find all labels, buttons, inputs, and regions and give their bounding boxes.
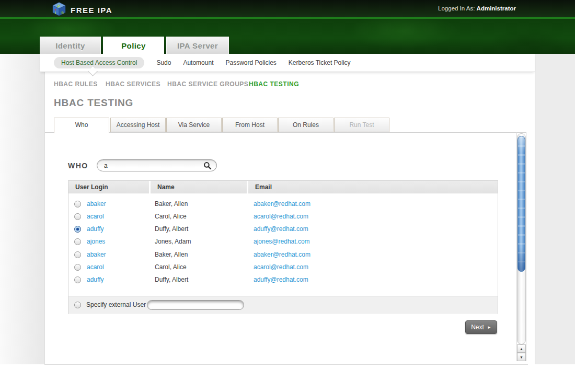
left-margin bbox=[0, 54, 45, 364]
user-name: Duffy, Albert bbox=[149, 225, 247, 233]
user-login-link[interactable]: abaker bbox=[87, 251, 149, 258]
page-title: HBAC TESTING bbox=[54, 97, 133, 109]
user-login-link[interactable]: acarol bbox=[87, 263, 149, 271]
logged-in-label: Logged In As: bbox=[438, 5, 475, 11]
user-name: Carol, Alice bbox=[149, 213, 247, 220]
user-radio[interactable] bbox=[74, 201, 81, 207]
logged-in-user[interactable]: Administrator bbox=[477, 5, 516, 11]
table-row: acarol Carol, Alice acarol@redhat.com bbox=[68, 210, 498, 223]
search-icon[interactable] bbox=[203, 162, 212, 170]
table-row: abaker Baker, Allen abaker@redhat.com bbox=[68, 248, 498, 261]
user-email-link[interactable]: acarol@redhat.com bbox=[247, 263, 308, 271]
wizard-tab-on-rules[interactable]: On Rules bbox=[278, 118, 334, 132]
subnav-item-password-policies[interactable]: Password Policies bbox=[225, 59, 276, 66]
wizard-tab-accessing-host[interactable]: Accessing Host bbox=[110, 118, 166, 132]
wizard-tab-from-host[interactable]: From Host bbox=[222, 118, 278, 132]
user-radio[interactable] bbox=[74, 238, 81, 245]
tab-identity[interactable]: Identity bbox=[40, 37, 101, 54]
column-header-name: Name bbox=[151, 181, 247, 193]
external-user-row: Specify external User bbox=[68, 296, 498, 313]
page-bottom-divider bbox=[44, 364, 528, 365]
user-login-link[interactable]: abaker bbox=[87, 200, 149, 207]
column-header-user-login: User Login bbox=[68, 181, 149, 193]
wizard-tab-who[interactable]: Who bbox=[54, 118, 109, 133]
tab-policy[interactable]: Policy bbox=[103, 37, 164, 54]
right-margin bbox=[535, 54, 575, 364]
user-search-box bbox=[97, 159, 217, 171]
policy-subnav: Host Based Access Control Sudo Automount… bbox=[40, 54, 535, 72]
user-name: Carol, Alice bbox=[149, 263, 247, 271]
user-login-link[interactable]: ajones bbox=[87, 238, 149, 245]
table-row: aduffy Duffy, Albert aduffy@redhat.com bbox=[68, 223, 498, 235]
external-user-label: Specify external User bbox=[86, 301, 146, 308]
table-row: acarol Carol, Alice acarol@redhat.com bbox=[68, 261, 498, 273]
panel-right-edge bbox=[526, 132, 526, 361]
scroll-down-button[interactable]: ▼ bbox=[517, 353, 526, 361]
user-radio[interactable] bbox=[74, 226, 81, 233]
facet-hbac-rules[interactable]: HBAC RULES bbox=[54, 80, 98, 88]
user-email-link[interactable]: aduffy@redhat.com bbox=[247, 225, 308, 233]
user-search-input[interactable] bbox=[104, 160, 198, 170]
user-login-link[interactable]: acarol bbox=[87, 213, 149, 220]
scrollbar-thumb[interactable] bbox=[518, 136, 525, 272]
user-radio[interactable] bbox=[74, 213, 81, 220]
table-row: abaker Baker, Allen abaker@redhat.com bbox=[68, 198, 498, 210]
next-button[interactable]: Next ► bbox=[465, 320, 497, 334]
svg-text:a: a bbox=[61, 10, 64, 15]
user-login-link[interactable]: aduffy bbox=[87, 225, 149, 233]
users-table: User Login Name Email abaker Baker, Alle… bbox=[68, 180, 498, 314]
table-row: aduffy Duffy, Albert aduffy@redhat.com bbox=[68, 273, 498, 286]
subnav-item-hbac[interactable]: Host Based Access Control bbox=[54, 57, 144, 68]
tab-ipa-server[interactable]: IPA Server bbox=[166, 37, 229, 54]
user-name: Baker, Allen bbox=[149, 251, 247, 258]
external-user-radio[interactable] bbox=[74, 302, 81, 308]
svg-text:i: i bbox=[55, 10, 56, 15]
user-name: Baker, Allen bbox=[149, 200, 247, 207]
brand[interactable]: p i a FREE IPA bbox=[52, 2, 112, 18]
user-name: Duffy, Albert bbox=[149, 276, 247, 283]
user-email-link[interactable]: abaker@redhat.com bbox=[247, 251, 310, 258]
scroll-up-icon: ▲ bbox=[520, 347, 523, 351]
facet-hbac-service-groups[interactable]: HBAC SERVICE GROUPS bbox=[167, 80, 248, 88]
next-arrow-icon: ► bbox=[487, 325, 491, 330]
next-button-label: Next bbox=[471, 324, 484, 331]
column-header-email: Email bbox=[248, 181, 498, 193]
top-bar: p i a FREE IPA Logged In As: Administrat… bbox=[0, 0, 575, 17]
subnav-item-automount[interactable]: Automount bbox=[183, 59, 213, 66]
subnav-item-sudo[interactable]: Sudo bbox=[156, 59, 171, 66]
freeipa-cube-icon: p i a bbox=[52, 2, 66, 18]
user-email-link[interactable]: ajones@redhat.com bbox=[247, 238, 310, 245]
user-radio[interactable] bbox=[74, 264, 81, 271]
wizard-tab-via-service[interactable]: Via Service bbox=[166, 118, 222, 132]
user-email-link[interactable]: acarol@redhat.com bbox=[247, 213, 308, 220]
user-name: Jones, Adam bbox=[149, 238, 247, 245]
subnav-item-kerberos-ticket-policy[interactable]: Kerberos Ticket Policy bbox=[289, 59, 351, 66]
scroll-down-icon: ▼ bbox=[520, 355, 523, 359]
scroll-up-button[interactable]: ▲ bbox=[517, 344, 526, 353]
brand-name: FREE IPA bbox=[71, 6, 112, 15]
users-table-header: User Login Name Email bbox=[68, 181, 498, 193]
wizard-tab-run-test: Run Test bbox=[334, 118, 389, 132]
user-email-link[interactable]: aduffy@redhat.com bbox=[247, 276, 308, 283]
table-row: ajones Jones, Adam ajones@redhat.com bbox=[68, 235, 498, 248]
facet-hbac-testing[interactable]: HBAC TESTING bbox=[249, 80, 299, 88]
user-email-link[interactable]: abaker@redhat.com bbox=[247, 200, 310, 207]
facet-hbac-services[interactable]: HBAC SERVICES bbox=[106, 80, 160, 88]
external-user-input[interactable] bbox=[147, 300, 244, 310]
user-login-link[interactable]: aduffy bbox=[87, 276, 149, 283]
freeipa-app-window: p i a FREE IPA Logged In As: Administrat… bbox=[0, 0, 575, 392]
who-section-label: WHO bbox=[68, 162, 88, 170]
user-radio[interactable] bbox=[74, 251, 81, 258]
user-radio[interactable] bbox=[74, 276, 81, 283]
logged-in-status: Logged In As: Administrator bbox=[438, 5, 516, 11]
